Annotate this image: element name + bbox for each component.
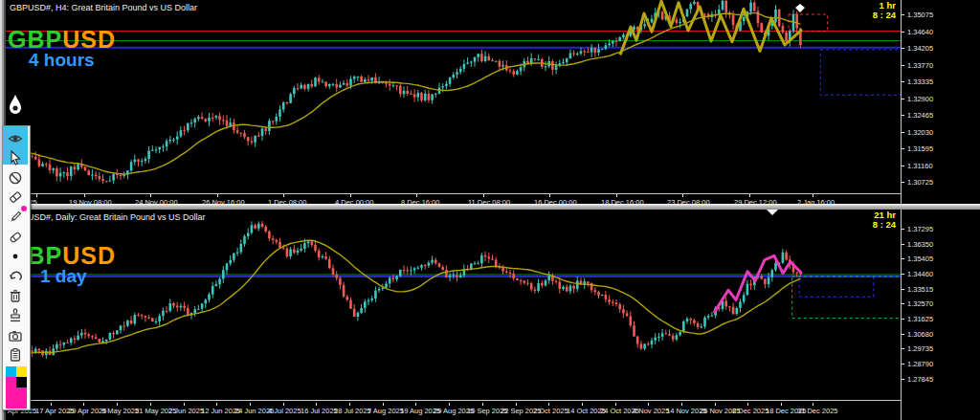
toolbar-undo-icon[interactable] (5, 267, 26, 285)
candle-body (746, 284, 749, 296)
candle-body (689, 4, 692, 9)
candle-body (406, 270, 409, 271)
candle-body (155, 321, 158, 322)
candle-body (785, 253, 788, 260)
price-axis-border (901, 210, 902, 420)
candle-body (580, 51, 583, 53)
price-axis-label: 1.32465 (907, 111, 933, 120)
price-axis-h4[interactable]: 1.350751.346401.342051.337701.333351.329… (901, 0, 980, 204)
candle-body (676, 19, 679, 23)
symbol-quote: USD (62, 242, 116, 269)
candle-body (339, 85, 342, 88)
candle-body (52, 168, 55, 170)
active-color-swatch[interactable] (6, 387, 27, 409)
candle-body (145, 159, 147, 161)
candlestick-plot-daily[interactable] (0, 210, 901, 401)
palette-color-swatch[interactable] (6, 366, 16, 377)
toolbar-eraser2-icon[interactable] (5, 228, 26, 246)
candle-body (101, 179, 104, 181)
date-tick (749, 194, 750, 197)
candle-body (112, 333, 115, 334)
toolbar-dot-icon[interactable] (5, 248, 26, 266)
candle-body (105, 181, 108, 182)
candlestick-plot-h4[interactable] (0, 0, 901, 194)
candle-body (307, 84, 310, 89)
toolbar-eye-icon[interactable] (5, 129, 26, 147)
candle-body (276, 240, 278, 242)
date-axis-daily[interactable]: 7 Apr 202517 Apr 202529 Apr 20259 May 20… (0, 403, 901, 416)
candle-body (370, 298, 373, 300)
price-axis-label: 1.37295 (907, 225, 933, 233)
candle-body (661, 333, 664, 337)
candle-body (193, 119, 196, 122)
candle-body (300, 249, 302, 251)
candle-body (520, 280, 523, 281)
toolbar-no-entry-icon[interactable] (5, 168, 26, 187)
candle-body (243, 236, 246, 244)
candle-body (559, 281, 562, 289)
candle-body (491, 258, 494, 259)
candle-body (633, 325, 635, 337)
color-palette[interactable] (6, 366, 27, 387)
toolbar-clipboard-icon[interactable] (5, 346, 26, 365)
candle-body (31, 156, 33, 157)
candle-body (278, 242, 281, 248)
candle-body (218, 116, 221, 120)
candle-body (640, 343, 643, 348)
date-tick (813, 403, 813, 406)
palette-color-swatch[interactable] (6, 377, 16, 387)
candle-body (597, 49, 600, 53)
candle-body (116, 174, 119, 175)
candle-body (622, 34, 625, 37)
price-axis-daily[interactable]: 1.372951.363501.354051.344601.335151.325… (901, 210, 980, 420)
palette-color-swatch[interactable] (16, 377, 27, 387)
candle-body (49, 165, 52, 170)
splitter-handle-icon[interactable] (767, 210, 778, 215)
candle-body (311, 84, 314, 87)
candle-body (693, 321, 696, 323)
candle-body (587, 52, 590, 53)
candle-body (615, 302, 618, 304)
toolbar-pencil-icon[interactable] (5, 208, 26, 226)
date-tick (482, 403, 483, 406)
pen-nib-icon[interactable] (7, 94, 24, 124)
candle-body (349, 78, 352, 85)
date-tick (150, 403, 151, 406)
candle-body (95, 174, 98, 176)
candle-body (643, 24, 646, 26)
price-axis-label: 1.32570 (907, 299, 933, 308)
candle-body (314, 77, 317, 86)
candle-body (488, 256, 491, 258)
candle-body (324, 256, 327, 259)
candle-body (501, 268, 504, 272)
candle-body (134, 315, 137, 323)
candle-body (254, 136, 256, 143)
candle-body (403, 91, 406, 94)
candle-body (126, 321, 129, 326)
candle-countdown-h4: 1 hr 8 : 24 (873, 1, 896, 20)
candle-body (247, 232, 250, 236)
price-axis-label: 1.29735 (907, 344, 933, 353)
candle-body (505, 272, 508, 273)
candle-body (346, 83, 349, 86)
toolbar-eraser-icon[interactable] (5, 188, 26, 207)
date-tick (184, 403, 185, 406)
candle-body (56, 344, 58, 349)
chart-pane-h4[interactable]: GBPUSD#, H4: Great Britain Pound vs US D… (0, 0, 980, 204)
candle-body (120, 326, 122, 331)
palette-color-swatch[interactable] (16, 366, 27, 377)
candle-body (545, 66, 547, 67)
candle-body (647, 343, 650, 344)
candle-body (63, 343, 66, 345)
date-axis-label: 28 Jul 2025 (334, 407, 371, 415)
candle-body (257, 136, 260, 137)
toolbar-stamp-icon[interactable] (5, 306, 26, 324)
toolbar-camera-icon[interactable] (5, 326, 26, 344)
toolbar-cursor-arrow-icon[interactable] (5, 149, 26, 167)
candle-body (703, 318, 706, 326)
pane-splitter[interactable] (0, 204, 980, 210)
chart-pane-daily[interactable]: GBPUSD#, Daily: Great Britain Pound vs U… (0, 210, 980, 420)
toolbar-trash-icon[interactable] (5, 287, 26, 305)
candle-body (222, 270, 225, 278)
candle-body (137, 160, 140, 162)
